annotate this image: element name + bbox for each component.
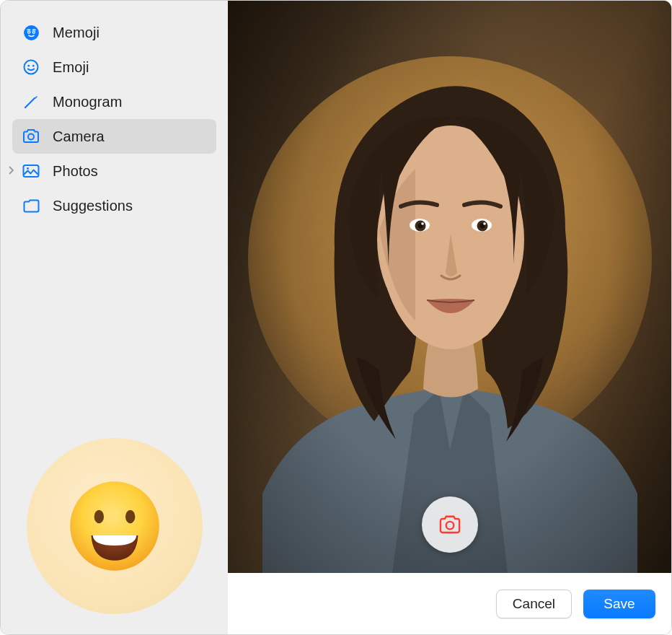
svg-point-4 [32,31,34,32]
sidebar: Memoji Emoji [1,1,228,634]
save-button[interactable]: Save [583,590,655,618]
emoji-icon [21,57,41,77]
svg-rect-9 [24,165,39,177]
suggestions-icon [21,196,41,216]
camera-icon [21,126,41,146]
monogram-icon [21,92,41,112]
sidebar-item-label: Suggestions [53,198,133,214]
svg-point-21 [421,222,424,225]
camera-preview [228,1,671,573]
sidebar-item-memoji[interactable]: Memoji [12,15,216,50]
photos-icon [21,161,41,181]
svg-point-10 [27,167,29,170]
sidebar-item-photos[interactable]: Photos [12,154,216,188]
sidebar-item-label: Monogram [53,94,122,110]
sidebar-item-label: Emoji [53,59,89,76]
svg-point-6 [27,65,30,67]
shutter-button[interactable] [422,496,478,553]
main-content: Cancel Save [228,1,671,634]
sidebar-item-label: Memoji [53,25,100,41]
svg-point-7 [32,65,35,67]
cancel-button[interactable]: Cancel [496,590,572,618]
svg-point-5 [25,61,38,74]
svg-point-23 [446,521,453,528]
grinning-face-icon [68,479,162,573]
sidebar-item-suggestions[interactable]: Suggestions [12,188,216,223]
sidebar-list: Memoji Emoji [12,15,216,223]
footer: Cancel Save [228,573,671,634]
svg-point-13 [125,510,134,523]
svg-point-8 [28,134,34,140]
memoji-icon [21,22,41,43]
svg-point-0 [24,25,39,40]
camera-subject [248,46,652,573]
sidebar-item-label: Photos [53,163,98,180]
current-picture-preview [27,438,203,614]
svg-point-12 [94,510,103,523]
svg-point-22 [483,222,486,225]
chevron-right-icon [8,165,15,178]
sidebar-item-monogram[interactable]: Monogram [12,84,216,119]
svg-point-3 [28,31,30,32]
sidebar-item-label: Camera [53,128,105,145]
sidebar-item-emoji[interactable]: Emoji [12,50,216,84]
profile-picture-editor: Memoji Emoji [0,0,672,635]
sidebar-item-camera[interactable]: Camera [12,119,216,154]
camera-shutter-icon [438,514,462,535]
